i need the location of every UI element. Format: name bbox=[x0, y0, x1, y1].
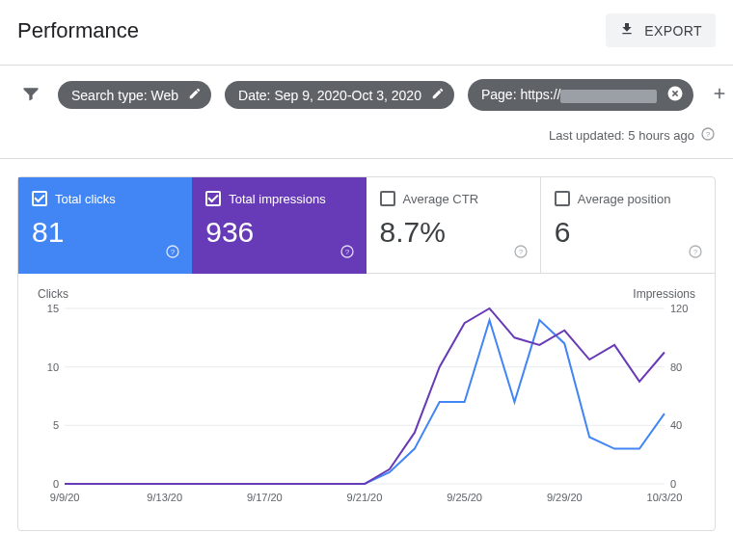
last-updated-text: Last updated: 5 hours ago bbox=[549, 128, 694, 143]
svg-text:?: ? bbox=[693, 248, 698, 256]
svg-text:?: ? bbox=[171, 248, 176, 256]
export-button[interactable]: EXPORT bbox=[606, 13, 716, 47]
page-title: Performance bbox=[17, 18, 139, 43]
svg-text:80: 80 bbox=[670, 361, 682, 373]
metric-cards: Total clicks 81 ? Total impressions 936 … bbox=[18, 177, 715, 274]
metric-average-ctr[interactable]: Average CTR 8.7% ? bbox=[366, 177, 541, 274]
chip-search-type[interactable]: Search type: Web bbox=[58, 81, 211, 109]
svg-text:15: 15 bbox=[47, 305, 59, 314]
pencil-icon bbox=[188, 87, 202, 103]
help-icon[interactable]: ? bbox=[339, 244, 355, 263]
svg-text:5: 5 bbox=[53, 419, 59, 431]
checkbox-icon bbox=[380, 191, 395, 206]
performance-chart: 051015040801209/9/209/13/209/17/209/21/2… bbox=[38, 305, 695, 507]
svg-text:9/21/20: 9/21/20 bbox=[347, 492, 383, 503]
metric-value: 6 bbox=[555, 216, 701, 249]
chip-search-type-label: Search type: Web bbox=[71, 88, 178, 103]
checkbox-icon bbox=[555, 191, 570, 206]
svg-text:?: ? bbox=[519, 248, 524, 256]
svg-text:9/9/20: 9/9/20 bbox=[50, 492, 80, 503]
metric-value: 81 bbox=[32, 216, 178, 249]
filter-icon[interactable] bbox=[17, 80, 44, 111]
close-icon[interactable] bbox=[666, 85, 684, 105]
metric-average-position[interactable]: Average position 6 ? bbox=[541, 177, 715, 274]
svg-text:10: 10 bbox=[47, 361, 59, 373]
right-axis-label: Impressions bbox=[633, 287, 695, 301]
metric-value: 936 bbox=[205, 216, 352, 249]
metric-label: Average position bbox=[578, 192, 671, 206]
metric-label: Total impressions bbox=[229, 192, 325, 206]
svg-text:10/3/20: 10/3/20 bbox=[647, 492, 683, 503]
metric-total-impressions[interactable]: Total impressions 936 ? bbox=[192, 177, 366, 274]
chip-date-range[interactable]: Date: Sep 9, 2020-Oct 3, 2020 bbox=[225, 81, 454, 109]
svg-text:40: 40 bbox=[670, 419, 682, 431]
chip-page-label: Page: https:// bbox=[481, 87, 658, 102]
download-icon bbox=[619, 21, 635, 40]
pencil-icon bbox=[431, 87, 445, 103]
metric-label: Average CTR bbox=[403, 192, 479, 206]
svg-text:0: 0 bbox=[53, 478, 59, 490]
svg-text:?: ? bbox=[706, 130, 711, 139]
add-filter-button[interactable]: NEW bbox=[707, 79, 733, 111]
help-icon[interactable]: ? bbox=[700, 126, 716, 145]
checkbox-icon bbox=[32, 191, 47, 206]
chip-date-range-label: Date: Sep 9, 2020-Oct 3, 2020 bbox=[238, 88, 421, 103]
left-axis-label: Clicks bbox=[38, 287, 68, 301]
chip-page-filter[interactable]: Page: https:// bbox=[468, 79, 694, 111]
svg-text:9/29/20: 9/29/20 bbox=[547, 492, 583, 503]
checkbox-icon bbox=[205, 191, 221, 206]
svg-text:0: 0 bbox=[670, 478, 676, 490]
help-icon[interactable]: ? bbox=[513, 244, 529, 263]
svg-text:9/25/20: 9/25/20 bbox=[447, 492, 482, 503]
help-icon[interactable]: ? bbox=[165, 244, 180, 263]
help-icon[interactable]: ? bbox=[688, 244, 703, 263]
metric-label: Total clicks bbox=[55, 192, 116, 206]
redacted-url bbox=[560, 90, 657, 103]
export-label: EXPORT bbox=[644, 23, 702, 39]
performance-panel: Total clicks 81 ? Total impressions 936 … bbox=[17, 176, 716, 531]
svg-text:9/17/20: 9/17/20 bbox=[247, 492, 283, 503]
metric-value: 8.7% bbox=[380, 216, 527, 249]
plus-icon bbox=[711, 85, 728, 105]
filter-bar: Search type: Web Date: Sep 9, 2020-Oct 3… bbox=[0, 66, 733, 117]
metric-total-clicks[interactable]: Total clicks 81 ? bbox=[18, 177, 192, 274]
svg-text:120: 120 bbox=[670, 305, 688, 314]
svg-text:?: ? bbox=[344, 248, 349, 256]
svg-text:9/13/20: 9/13/20 bbox=[147, 492, 182, 503]
